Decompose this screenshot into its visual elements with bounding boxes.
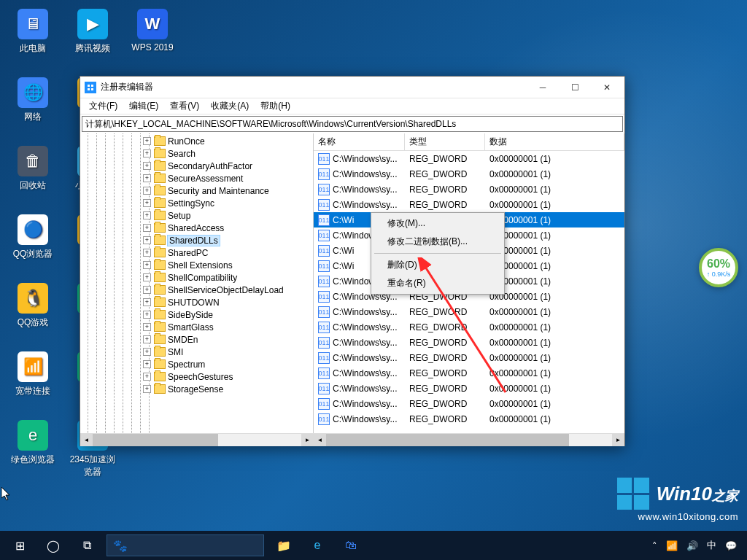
expand-icon[interactable]: + bbox=[143, 348, 151, 356]
desktop-icon[interactable]: WWPS 2019 bbox=[125, 6, 179, 71]
expand-icon[interactable]: + bbox=[143, 162, 151, 170]
taskbar-edge[interactable]: e bbox=[301, 531, 334, 560]
tree-node[interactable]: +SecondaryAuthFactor bbox=[80, 160, 313, 172]
expand-icon[interactable]: + bbox=[143, 236, 151, 244]
ctx-rename[interactable]: 重命名(R) bbox=[373, 274, 503, 292]
tree-label: Setup bbox=[168, 211, 190, 221]
desktop-icon[interactable]: 🌐网络 bbox=[6, 74, 60, 140]
col-data[interactable]: 数据 bbox=[485, 133, 624, 150]
ctx-delete[interactable]: 删除(D) bbox=[373, 256, 503, 274]
expand-icon[interactable]: + bbox=[143, 385, 151, 393]
tree-node[interactable]: +SHUTDOWN bbox=[80, 296, 313, 308]
tray-network-icon[interactable]: 📶 bbox=[666, 540, 678, 551]
expand-icon[interactable]: + bbox=[143, 298, 151, 306]
tree-hscroll[interactable]: ◄► bbox=[80, 433, 314, 446]
col-type[interactable]: 类型 bbox=[405, 133, 485, 150]
value-name: C:\Windows\sy... bbox=[333, 353, 397, 363]
close-button[interactable]: ✕ bbox=[591, 77, 623, 98]
registry-value-row[interactable]: 011C:\Windows\sy...REG_DWORD0x00000001 (… bbox=[314, 304, 624, 319]
expand-icon[interactable]: + bbox=[143, 311, 151, 319]
speed-widget[interactable]: 60% ↑ 0.9K/s bbox=[699, 248, 738, 287]
registry-value-row[interactable]: 011C:\Windows\sy...REG_DWORD0x00000001 (… bbox=[314, 381, 624, 396]
registry-value-row[interactable]: 011C:\Windows\sy...REG_DWORD0x00000001 (… bbox=[314, 411, 624, 427]
registry-value-row[interactable]: 011C:\Windows\sy...REG_DWORD0x00000001 (… bbox=[314, 396, 624, 411]
desktop-icon[interactable]: 🖥此电脑 bbox=[6, 6, 60, 71]
list-hscroll[interactable]: ◄► bbox=[314, 433, 624, 446]
tray-notifications-icon[interactable]: 💬 bbox=[725, 540, 737, 551]
expand-icon[interactable]: + bbox=[143, 286, 151, 294]
menu-item[interactable]: 编辑(E) bbox=[123, 98, 164, 114]
tree-node[interactable]: +SharedAccess bbox=[80, 222, 313, 234]
desktop-icon[interactable]: 🗑回收站 bbox=[6, 143, 60, 209]
tree-node[interactable]: +SMDEn bbox=[80, 333, 313, 346]
desktop-icon[interactable]: 🔵QQ浏览器 bbox=[6, 211, 60, 277]
menu-item[interactable]: 收藏夹(A) bbox=[205, 98, 255, 114]
menu-item[interactable]: 帮助(H) bbox=[255, 98, 296, 114]
tree-node[interactable]: +RunOnce bbox=[80, 135, 313, 147]
tree-node[interactable]: +SecureAssessment bbox=[80, 172, 313, 184]
expand-icon[interactable]: + bbox=[143, 373, 151, 381]
menu-item[interactable]: 查看(V) bbox=[164, 98, 205, 114]
tree-node[interactable]: +SettingSync bbox=[80, 197, 313, 209]
tree-node[interactable]: +SmartGlass bbox=[80, 321, 313, 333]
registry-value-row[interactable]: 011C:\Windows\sy...REG_DWORD0x00000001 (… bbox=[314, 166, 624, 182]
expand-icon[interactable]: + bbox=[143, 211, 151, 219]
tree-node[interactable]: +Setup bbox=[80, 209, 313, 222]
expand-icon[interactable]: + bbox=[143, 174, 151, 182]
desktop-icon[interactable]: e绿色浏览器 bbox=[6, 417, 60, 483]
registry-value-row[interactable]: 011C:\Windows\sy...REG_DWORD0x00000001 (… bbox=[314, 182, 624, 197]
expand-icon[interactable]: + bbox=[143, 224, 151, 232]
tree-pane[interactable]: +RunOnce+Search+SecondaryAuthFactor+Secu… bbox=[80, 133, 314, 433]
expand-icon[interactable]: + bbox=[143, 149, 151, 158]
tree-node[interactable]: +SideBySide bbox=[80, 308, 313, 321]
registry-value-row[interactable]: 011C:\Windows\sy...REG_DWORD0x00000001 (… bbox=[314, 335, 624, 350]
registry-value-row[interactable]: 011C:\Windows\sy...REG_DWORD0x00000001 (… bbox=[314, 319, 624, 335]
expand-icon[interactable]: + bbox=[143, 249, 151, 257]
registry-value-row[interactable]: 011C:\Windows\sy...REG_DWORD0x00000001 (… bbox=[314, 365, 624, 381]
expand-icon[interactable]: + bbox=[143, 273, 151, 281]
tray-chevron-icon[interactable]: ˄ bbox=[652, 540, 657, 551]
ctx-modify-binary[interactable]: 修改二进制数据(B)... bbox=[373, 233, 503, 251]
tray-volume-icon[interactable]: 🔊 bbox=[686, 540, 698, 551]
tree-node[interactable]: +Shell Extensions bbox=[80, 259, 313, 271]
ctx-modify[interactable]: 修改(M)... bbox=[373, 214, 503, 233]
expand-icon[interactable]: + bbox=[143, 199, 151, 207]
maximize-button[interactable]: ☐ bbox=[559, 77, 591, 98]
cortana-button[interactable]: ◯ bbox=[36, 531, 70, 560]
taskbar-store[interactable]: 🛍 bbox=[334, 531, 368, 560]
address-bar[interactable]: 计算机\HKEY_LOCAL_MACHINE\SOFTWARE\Microsof… bbox=[82, 116, 623, 132]
titlebar[interactable]: 注册表编辑器 ─ ☐ ✕ bbox=[80, 77, 624, 98]
tree-node[interactable]: +Search bbox=[80, 147, 313, 160]
col-name[interactable]: 名称 bbox=[314, 133, 405, 150]
start-button[interactable]: ⊞ bbox=[3, 531, 36, 560]
tree-node[interactable]: +Security and Maintenance bbox=[80, 184, 313, 197]
menu-item[interactable]: 文件(F) bbox=[83, 98, 123, 114]
tree-node[interactable]: +SMI bbox=[80, 346, 313, 358]
tray-ime-icon[interactable]: 中 bbox=[707, 539, 716, 552]
desktop-icon[interactable]: 🐧QQ游戏 bbox=[6, 280, 60, 346]
registry-value-row[interactable]: 011C:\Windows\sy...REG_DWORD0x00000001 (… bbox=[314, 350, 624, 365]
taskview-button[interactable]: ⧉ bbox=[70, 531, 104, 560]
tree-node[interactable]: +ShellServiceObjectDelayLoad bbox=[80, 284, 313, 296]
registry-value-row[interactable]: 011C:\Windows\sy...REG_DWORD0x00000001 (… bbox=[314, 151, 624, 166]
tree-node[interactable]: +StorageSense bbox=[80, 383, 313, 395]
desktop-icon[interactable]: 📶宽带连接 bbox=[6, 349, 60, 414]
expand-icon[interactable]: + bbox=[143, 360, 151, 368]
value-data: 0x00000001 (1) bbox=[485, 230, 624, 241]
tree-node[interactable]: +SharedDLLs bbox=[80, 234, 313, 246]
taskbar-explorer[interactable]: 📁 bbox=[267, 531, 301, 560]
desktop-icon[interactable]: ▶腾讯视频 bbox=[66, 6, 120, 71]
minimize-button[interactable]: ─ bbox=[527, 77, 559, 98]
expand-icon[interactable]: + bbox=[143, 137, 151, 145]
tree-label: ShellServiceObjectDelayLoad bbox=[168, 285, 284, 295]
taskbar-search[interactable]: 🐾 bbox=[107, 534, 264, 556]
tree-node[interactable]: +SpeechGestures bbox=[80, 370, 313, 383]
expand-icon[interactable]: + bbox=[143, 323, 151, 331]
registry-value-row[interactable]: 011C:\Windows\sy...REG_DWORD0x00000001 (… bbox=[314, 197, 624, 212]
expand-icon[interactable]: + bbox=[143, 261, 151, 269]
expand-icon[interactable]: + bbox=[143, 187, 151, 195]
tree-node[interactable]: +Spectrum bbox=[80, 358, 313, 370]
tree-node[interactable]: +SharedPC bbox=[80, 246, 313, 259]
expand-icon[interactable]: + bbox=[143, 335, 151, 343]
tree-node[interactable]: +ShellCompatibility bbox=[80, 271, 313, 284]
